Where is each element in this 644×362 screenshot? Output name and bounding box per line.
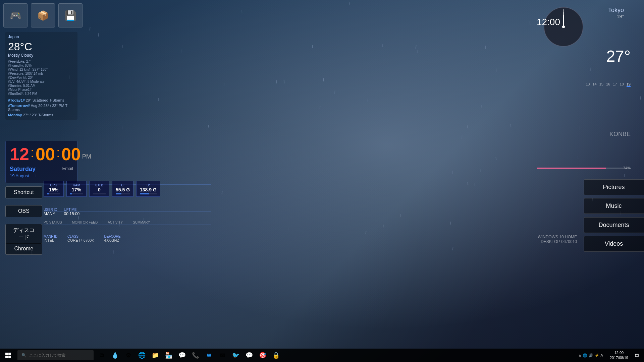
music-widget: const svgNS2='http://www.w3.org/2000/svg…: [503, 131, 610, 164]
cal-18: 18: [620, 82, 624, 87]
manf-field: MANF ID INTEL: [44, 235, 57, 242]
svg-rect-10: [5, 356, 8, 358]
weather-widget: Japan 28°C Mostly Cloudy #FeelsLike: 27°…: [5, 32, 77, 120]
weather-sunset: #SunSet#: 6:24 PM: [8, 92, 75, 96]
ram-box: RAM 17%: [66, 181, 87, 197]
temp-display: 27°: [606, 47, 631, 65]
sysinfo-widget: CPU 15% RAM 17% 0.0 B 0 C: 55.5 G D: 138…: [44, 181, 171, 198]
taskbar: 🔍 ⧉ 💧 ⚙ 🌐 📁 🏪 💬 📞 W ✉ 🐦 💬 🎯 🔒 ∧ 🌐 🔊 ⚡ A …: [0, 349, 644, 362]
discord-button[interactable]: ディスコード: [5, 224, 42, 244]
taskbar-notification[interactable]: 🗔: [632, 353, 641, 357]
taskbar-word[interactable]: W: [202, 349, 216, 362]
wininfo: WINDOWS 10 HOME DESKTOP-0670010: [538, 235, 577, 244]
taskbar-time: 12:00: [610, 350, 628, 355]
taskbar-app3[interactable]: 🌐: [135, 349, 149, 362]
svg-rect-11: [8, 356, 11, 358]
cal-14: 14: [593, 82, 597, 87]
svg-rect-9: [8, 353, 11, 355]
uptime-field: UPTIME 00:15:00: [64, 208, 80, 216]
documents-button[interactable]: Documents: [584, 217, 644, 233]
svg-point-7: [562, 25, 565, 28]
hud-line-3: [44, 225, 211, 225]
cal-16: 16: [606, 82, 610, 87]
weather-right: 27°: [606, 47, 631, 65]
pictures-button[interactable]: Pictures: [584, 179, 644, 195]
taskview-icon[interactable]: ⧉: [95, 349, 108, 362]
tray-battery: ⚡: [595, 353, 599, 358]
weather-desc: Mostly Cloudy: [8, 53, 75, 58]
cal-19: 19: [627, 82, 631, 87]
obs-button[interactable]: OBS: [5, 205, 42, 217]
weather-dew: #DewPoint#: 20°: [8, 76, 75, 79]
search-input[interactable]: [29, 353, 90, 358]
taskbar-date: 2017/08/19: [610, 355, 628, 360]
calendar-strip: 13 14 15 16 17 18 19: [586, 82, 631, 87]
tray-sound: 🔊: [589, 353, 593, 358]
cal-13: 13: [586, 82, 590, 87]
music-button[interactable]: Music: [584, 198, 644, 214]
userid-field: USER ID MANY: [44, 208, 57, 216]
weather-wind: #Wind: 12 km/h S27°-150°: [8, 68, 75, 71]
clock-dayname: Saturday: [10, 166, 36, 172]
taskbar-app2[interactable]: ⚙: [122, 349, 135, 362]
user-row: USER ID MANY UPTIME 00:15:00: [44, 208, 79, 216]
desktop-icon-files[interactable]: 💾: [58, 3, 83, 27]
taskbar-app1[interactable]: 💧: [108, 349, 122, 362]
clock-email: Email: [62, 166, 73, 171]
clock-ampm: PM: [82, 153, 91, 160]
disk-c-box: C: 55.5 G: [112, 181, 133, 197]
disk-d-box: D: 138.9 G: [136, 181, 160, 197]
desktop-icons: 🎮 📦 💾: [3, 3, 83, 27]
clock-datestr: 19 August: [10, 173, 29, 178]
tokyo-widget: Tokyo 19°: [608, 7, 624, 19]
tray-ime[interactable]: A: [601, 353, 603, 357]
clock-date: Saturday 19 August Email: [10, 166, 73, 179]
sys-tray: ∧ 🌐 🔊 ⚡ A: [576, 353, 606, 358]
weather-today: #Today1# 29° Scattered T-Storms #Tomorro…: [8, 98, 75, 117]
start-button[interactable]: [0, 349, 16, 362]
weather-pressure: #Pressure: 1007.14 mb: [8, 72, 75, 75]
taskbar-icons: ⧉ 💧 ⚙ 🌐 📁 🏪 💬 📞 W ✉ 🐦 💬 🎯 🔒: [95, 349, 283, 362]
taskbar-app9[interactable]: 🔒: [269, 349, 283, 362]
svg-rect-8: [5, 353, 8, 355]
videos-button[interactable]: Videos: [584, 236, 644, 252]
other-box: 0.0 B 0: [89, 181, 109, 197]
clock-widget: 12 : 00 : 00 PM Saturday 19 August Email: [5, 141, 77, 183]
cal-17: 17: [613, 82, 617, 87]
weather-sunrise: #Sunrise: 5:01 AM: [8, 84, 75, 87]
cal-15: 15: [599, 82, 603, 87]
taskbar-mail[interactable]: ✉: [216, 349, 229, 362]
tokyo-city: Tokyo: [608, 7, 624, 14]
tokyo-temp: 19°: [608, 14, 624, 19]
desktop-icon-app[interactable]: 📦: [31, 3, 55, 27]
weather-humidity: #Humidity: 63%: [8, 64, 75, 67]
analog-time-display: 12:00: [537, 17, 560, 27]
music-label: KONBE: [609, 131, 631, 138]
tray-expand[interactable]: ∧: [579, 353, 581, 358]
pcstatus-row: PC STATUS MONITOR FEED ACTIVITY SUMMARY: [44, 221, 150, 224]
taskbar-app4[interactable]: 📁: [149, 349, 162, 362]
cpu-box: CPU 15%: [44, 181, 64, 197]
music-progress-bar: [537, 168, 631, 169]
clock-hour: 12: [10, 145, 29, 163]
taskbar-search[interactable]: 🔍: [17, 350, 94, 360]
taskbar-clock[interactable]: 12:00 2017/08/19: [607, 350, 631, 361]
taskbar-discord[interactable]: 💬: [243, 349, 256, 362]
taskbar-app5[interactable]: 🏪: [162, 349, 175, 362]
taskbar-right: ∧ 🌐 🔊 ⚡ A 12:00 2017/08/19 🗔: [576, 350, 644, 361]
cpuinfo-row: MANF ID INTEL CLASS CORE I7-6700K DEFCOR…: [44, 235, 121, 242]
taskbar-app6[interactable]: 💬: [175, 349, 189, 362]
visualizer-widget: const svgNS='http://www.w3.org/2000/svg'…: [74, 17, 208, 168]
weather-uv: #UV: 4/UV#: 5 Moderate: [8, 80, 75, 83]
taskbar-app8[interactable]: 🎯: [256, 349, 269, 362]
shortcut-button[interactable]: Shortcut: [5, 186, 42, 198]
taskbar-app7[interactable]: 📞: [189, 349, 202, 362]
weather-feels: #FeelsLike: 27°: [8, 60, 75, 63]
music-progress-fill: [537, 168, 606, 169]
clock-minute: 00: [36, 145, 55, 163]
desktop-icon-steam[interactable]: 🎮: [3, 3, 28, 27]
chrome-button[interactable]: Chrome: [5, 243, 42, 255]
taskbar-twitter[interactable]: 🐦: [229, 349, 243, 362]
weather-moon: #MoonPhase1#: [8, 88, 75, 92]
defcore-field: DEFCORE 4.00GHZ: [104, 235, 121, 242]
